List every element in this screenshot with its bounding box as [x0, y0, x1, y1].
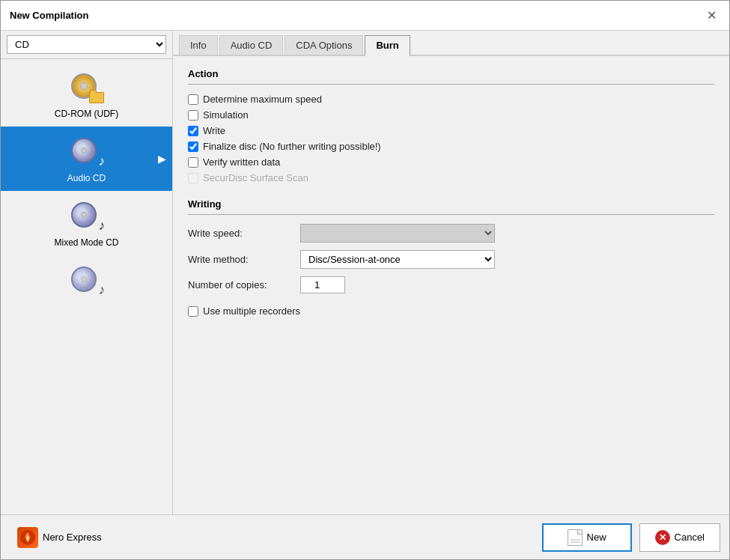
number-of-copies-control: [300, 276, 495, 293]
determine-max-speed-row: Determine maximum speed: [188, 94, 714, 105]
tab-info[interactable]: Info: [179, 35, 218, 55]
nero-express-icon: [17, 527, 38, 548]
tab-audio-cd[interactable]: Audio CD: [219, 35, 284, 55]
writing-divider: [188, 214, 714, 215]
nero-express-button[interactable]: Nero Express: [10, 523, 109, 552]
title-bar: New Compilation ✕: [1, 1, 729, 31]
write-row: Write: [188, 125, 714, 136]
use-multiple-recorders-checkbox[interactable]: [188, 306, 198, 317]
list-item-mixed-mode-cd[interactable]: ♪ Mixed Mode CD: [1, 191, 172, 255]
determine-max-speed-label[interactable]: Determine maximum speed: [203, 94, 322, 105]
tab-burn[interactable]: Burn: [365, 35, 410, 56]
new-compilation-dialog: New Compilation ✕ CD DVD Blu-ray: [0, 0, 730, 560]
securedisc-surface-scan-checkbox: [188, 173, 198, 183]
mixed-mode-cd-label: Mixed Mode CD: [54, 237, 118, 248]
write-checkbox[interactable]: [188, 126, 198, 136]
tab-cda-options[interactable]: CDA Options: [285, 35, 363, 55]
new-button-doc-icon: [568, 529, 583, 546]
cancel-button[interactable]: ✕ Cancel: [639, 523, 720, 552]
bottom-bar: Nero Express New ✕ Cancel: [1, 514, 729, 559]
securedisc-surface-scan-label: SecurDisc Surface Scan: [203, 172, 308, 183]
finalize-disc-row: Finalize disc (No further writing possib…: [188, 141, 714, 152]
disc-type-dropdown-row: CD DVD Blu-ray: [1, 31, 172, 59]
cdrom-udf-label: CD-ROM (UDF): [55, 109, 118, 119]
cancel-icon: ✕: [655, 530, 670, 545]
writing-section-title: Writing: [188, 198, 714, 210]
close-button[interactable]: ✕: [702, 7, 720, 25]
audio-cd-label: Audio CD: [67, 173, 106, 183]
mixed-mode-cd-icon: ♪: [69, 198, 105, 234]
right-panel: Info Audio CD CDA Options Burn Action De…: [173, 31, 729, 514]
write-speed-row: Write speed:: [188, 224, 714, 243]
action-divider: [188, 84, 714, 85]
write-method-dropdown[interactable]: Disc/Session-at-once Track-at-once Raw: [300, 250, 495, 269]
write-speed-control: [300, 224, 495, 243]
new-button[interactable]: New: [542, 523, 632, 552]
extra-cd-icon: ♪: [69, 263, 105, 299]
securedisc-surface-scan-row: SecurDisc Surface Scan: [188, 172, 714, 183]
selected-arrow: ▶: [158, 153, 166, 165]
number-of-copies-label: Number of copies:: [188, 279, 300, 290]
disc-type-dropdown[interactable]: CD DVD Blu-ray: [7, 35, 166, 54]
write-speed-dropdown[interactable]: [300, 224, 495, 243]
new-button-label: New: [587, 532, 606, 543]
finalize-disc-checkbox[interactable]: [188, 141, 198, 152]
list-item-extra-cd[interactable]: ♪: [1, 255, 172, 309]
simulation-checkbox[interactable]: [188, 110, 198, 121]
writing-section: Writing Write speed: Write method:: [188, 198, 714, 293]
number-of-copies-row: Number of copies:: [188, 276, 714, 293]
simulation-row: Simulation: [188, 109, 714, 121]
nero-express-label: Nero Express: [43, 532, 102, 543]
verify-written-data-row: Verify written data: [188, 156, 714, 168]
use-multiple-recorders-label[interactable]: Use multiple recorders: [203, 305, 300, 317]
action-section-title: Action: [188, 68, 714, 79]
tabs-row: Info Audio CD CDA Options Burn: [173, 31, 729, 56]
verify-written-data-label[interactable]: Verify written data: [203, 156, 280, 168]
burn-tab-content: Action Determine maximum speed Simulatio…: [173, 56, 729, 514]
cancel-button-label: Cancel: [675, 532, 705, 543]
bottom-right-buttons: New ✕ Cancel: [542, 523, 720, 552]
write-speed-label: Write speed:: [188, 228, 300, 239]
write-label[interactable]: Write: [203, 125, 225, 136]
cdrom-udf-icon: [69, 70, 105, 106]
list-item-audio-cd[interactable]: ♪ Audio CD ▶: [1, 127, 172, 191]
nero-flame-svg: [19, 529, 36, 546]
write-method-row: Write method: Disc/Session-at-once Track…: [188, 250, 714, 269]
number-of-copies-input[interactable]: [300, 276, 345, 293]
dialog-body: CD DVD Blu-ray: [1, 31, 729, 514]
compilation-type-list: CD-ROM (UDF) ♪ Audio CD ▶: [1, 59, 172, 514]
write-method-label: Write method:: [188, 254, 300, 265]
write-method-control: Disc/Session-at-once Track-at-once Raw: [300, 250, 495, 269]
dialog-title: New Compilation: [10, 10, 88, 21]
audio-cd-icon: ♪: [69, 134, 105, 170]
left-panel: CD DVD Blu-ray: [1, 31, 173, 514]
finalize-disc-label[interactable]: Finalize disc (No further writing possib…: [203, 141, 381, 152]
determine-max-speed-checkbox[interactable]: [188, 94, 198, 105]
verify-written-data-checkbox[interactable]: [188, 157, 198, 168]
simulation-label[interactable]: Simulation: [203, 109, 249, 121]
list-item-cdrom-udf[interactable]: CD-ROM (UDF): [1, 62, 172, 127]
use-multiple-recorders-row: Use multiple recorders: [188, 305, 714, 317]
